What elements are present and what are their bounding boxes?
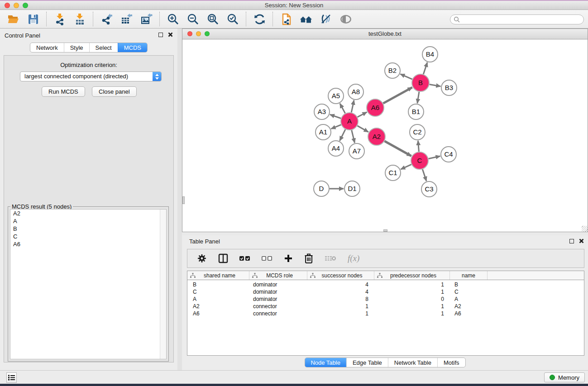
column-header-predecessor-nodes[interactable]: predecessor nodes (374, 271, 450, 280)
split-panel-icon[interactable] (218, 253, 228, 263)
graph-node-C2[interactable]: C2 (410, 124, 425, 140)
table-cell[interactable]: A6 (187, 310, 249, 317)
export-table-icon[interactable] (120, 13, 133, 25)
graph-edge-A-A2[interactable] (357, 126, 368, 132)
float-table-panel-icon[interactable] (569, 239, 574, 243)
graph-node-A3[interactable]: A3 (314, 104, 330, 119)
table-cell[interactable]: B (450, 281, 488, 288)
memory-button[interactable]: Memory (544, 372, 585, 382)
network-canvas[interactable]: B4B2BB3A5A8A6A3AB1A1C2A2A4A7C4CC1C3DD1 (182, 40, 588, 232)
network-close-button[interactable] (187, 31, 192, 36)
graph-node-B4[interactable]: B4 (422, 47, 438, 62)
hide-graphics-details-icon[interactable] (320, 13, 332, 25)
tab-network[interactable]: Network (30, 43, 64, 52)
graph-node-A[interactable]: A (341, 113, 358, 130)
network-minimize-button[interactable] (196, 31, 201, 36)
network-maximize-button[interactable] (205, 31, 210, 36)
graph-node-A7[interactable]: A7 (349, 143, 364, 159)
table-row[interactable]: Cdominator41C (187, 288, 584, 295)
table-cell[interactable]: dominator (249, 289, 307, 295)
table-row[interactable]: Bdominator41B (187, 281, 584, 288)
result-list-item[interactable]: C (10, 233, 166, 240)
table-row[interactable]: A6connector11A6 (187, 310, 584, 317)
tab-motifs[interactable]: Motifs (437, 358, 465, 367)
tab-edge-table[interactable]: Edge Table (346, 358, 388, 367)
graph-edge-A2-C[interactable] (384, 141, 411, 156)
graph-node-A1[interactable]: A1 (316, 124, 331, 140)
close-table-panel-icon[interactable] (579, 238, 584, 243)
table-settings-gear-icon[interactable] (197, 253, 207, 263)
graph-node-B[interactable]: B (412, 74, 429, 91)
table-cell[interactable]: 1 (307, 310, 374, 317)
float-panel-icon[interactable] (158, 33, 163, 37)
criterion-dropdown[interactable]: largest connected component (directed) (20, 71, 162, 81)
table-cell[interactable]: 8 (307, 296, 374, 302)
window-resize-grip[interactable] (582, 226, 588, 232)
tab-network-table[interactable]: Network Table (388, 358, 437, 367)
column-header-successor-nodes[interactable]: successor nodes (307, 271, 374, 280)
graph-edge-B-B1[interactable] (417, 92, 419, 103)
graph-edge-A-A5[interactable] (340, 104, 345, 114)
graph-node-B1[interactable]: B1 (408, 104, 424, 119)
graph-node-C[interactable]: C (411, 152, 428, 169)
vertical-scroll-thumb[interactable] (182, 196, 185, 204)
graph-edge-C-C2[interactable] (418, 141, 419, 152)
table-cell[interactable]: A2 (450, 303, 488, 310)
table-cell[interactable]: dominator (249, 296, 307, 302)
table-cell[interactable]: C (187, 289, 249, 295)
network-window-titlebar[interactable]: testGlobe.txt (182, 29, 588, 39)
horizontal-scroll-thumb[interactable] (383, 229, 387, 232)
network-file-icon[interactable] (280, 13, 292, 25)
table-cell[interactable]: connector (249, 303, 307, 310)
graph-node-A4[interactable]: A4 (328, 141, 344, 156)
select-all-columns-icon[interactable] (239, 255, 250, 262)
graph-edge-A-A1[interactable] (331, 125, 341, 129)
graph-edge-A-A4[interactable] (339, 129, 345, 141)
export-network-icon[interactable] (100, 13, 113, 25)
table-cell[interactable]: connector (249, 310, 307, 317)
run-mcds-button[interactable]: Run MCDS (42, 86, 85, 97)
graph-node-A6[interactable]: A6 (367, 99, 384, 116)
add-column-plus-icon[interactable] (284, 254, 293, 263)
delete-column-trash-icon[interactable] (304, 253, 313, 263)
graph-node-A2[interactable]: A2 (368, 128, 385, 145)
table-cell[interactable]: C (450, 289, 488, 295)
graph-edge-C-C3[interactable] (422, 169, 426, 181)
table-cell[interactable]: 1 (374, 289, 450, 295)
close-panel-icon[interactable] (168, 32, 173, 37)
graph-edge-A-A6[interactable] (358, 112, 367, 117)
tab-mcds[interactable]: MCDS (118, 43, 147, 52)
graph-node-C4[interactable]: C4 (441, 147, 456, 162)
close-panel-button[interactable]: Close panel (92, 86, 137, 97)
graph-edge-B-B4[interactable] (423, 62, 427, 74)
task-history-button[interactable] (6, 372, 17, 383)
graph-node-B2[interactable]: B2 (385, 63, 400, 78)
result-list-item[interactable]: A (10, 217, 166, 225)
import-network-icon[interactable] (53, 13, 66, 25)
result-scrollbar[interactable] (160, 210, 166, 359)
export-image-icon[interactable] (140, 13, 153, 25)
table-cell[interactable]: A (450, 296, 488, 302)
table-cell[interactable]: B (187, 281, 249, 288)
deselect-all-columns-icon[interactable] (262, 255, 272, 262)
table-cell[interactable]: A6 (450, 310, 488, 317)
zoom-fit-icon[interactable] (206, 13, 219, 25)
tab-style[interactable]: Style (64, 43, 89, 52)
table-cell[interactable]: 1 (307, 303, 374, 310)
graph-edge-C-C1[interactable] (401, 164, 411, 169)
result-list-item[interactable]: A2 (10, 210, 166, 217)
open-session-icon[interactable] (7, 13, 19, 25)
table-cell[interactable]: 0 (374, 296, 450, 302)
graph-node-B3[interactable]: B3 (441, 80, 457, 95)
minimize-window-button[interactable] (14, 3, 19, 8)
graph-edge-C-C4[interactable] (429, 156, 440, 159)
tab-select[interactable]: Select (89, 43, 118, 52)
table-cell[interactable]: 1 (374, 281, 450, 288)
table-cell[interactable]: A2 (187, 303, 249, 310)
graph-edge-A-A7[interactable] (352, 130, 355, 143)
zoom-out-icon[interactable] (186, 13, 199, 25)
tab-node-table[interactable]: Node Table (305, 358, 346, 367)
graph-edge-A-A8[interactable] (351, 100, 354, 113)
table-cell[interactable]: A (187, 296, 249, 302)
search-field[interactable] (450, 14, 584, 24)
